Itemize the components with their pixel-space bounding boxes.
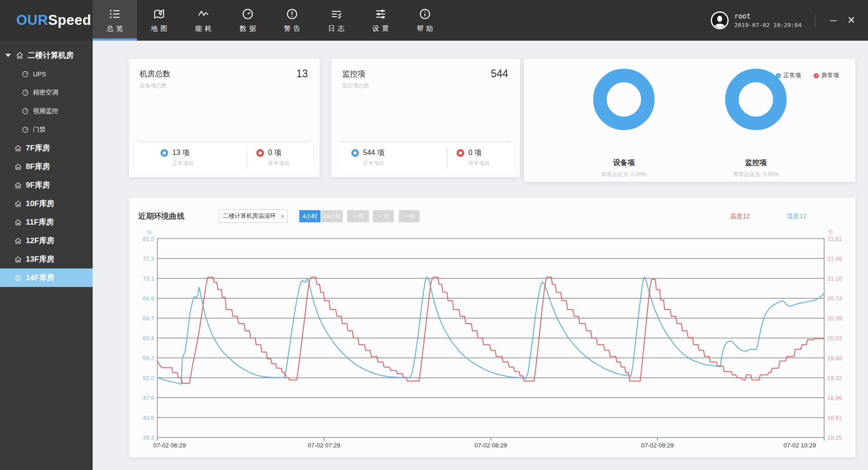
normal-stat: 544 项 正常项目 — [351, 148, 385, 167]
abnormal-stat: 0 项 异常项目 — [457, 148, 511, 167]
gauge-icon — [241, 8, 254, 20]
humidity-legend[interactable]: 湿度12 — [787, 212, 807, 221]
sidebar-item-warehouse-13f[interactable]: 13F库房 — [0, 250, 93, 268]
y-axis-tick-right: 18.96 — [827, 395, 842, 401]
logo-speed: Speed — [48, 12, 91, 28]
app-logo: OURSpeed — [0, 0, 93, 41]
sidebar-item-access-control[interactable]: 门禁 — [0, 120, 93, 139]
app-window: OURSpeed 总览地图能耗数据警告日志设置帮助 root 2019-07-0… — [0, 0, 868, 470]
sidebar-item-warehouse-14f[interactable]: 14F库房 — [0, 268, 93, 287]
alert-icon — [286, 8, 298, 20]
nav-item-map[interactable]: 地图 — [137, 0, 181, 41]
y-axis-tick-right: 21.10 — [827, 275, 842, 282]
sidebar-item-precision-ac[interactable]: 精密空调 — [0, 83, 93, 102]
nav-item-alert[interactable]: 警告 — [270, 0, 314, 41]
sidebar: 二楼计算机房UPS精密空调视频监控门禁7F库房8F库房9F库房10F库房11F库… — [0, 41, 93, 470]
card-subtitle: 设备项总数 — [140, 82, 167, 89]
card-value: 544 — [491, 68, 508, 80]
line-chart: 81.521.8177.321.4673.121.1068.920.7464.7… — [129, 197, 855, 457]
y-axis-tick-left: 39.3 — [143, 434, 154, 441]
y-axis-tick-left: 56.2 — [143, 355, 154, 362]
x-axis-label: 07-02 09:29 — [641, 442, 674, 449]
donut-chart-devices — [593, 69, 655, 130]
abnormal-label: 异常项目 — [268, 160, 290, 167]
nav-item-help[interactable]: 帮助 — [403, 0, 447, 41]
sidebar-item-warehouse-7f[interactable]: 7F库房 — [0, 139, 93, 157]
room-select[interactable]: 二楼计算机房温湿环 ∨ — [219, 209, 288, 223]
close-button[interactable]: ✕ — [844, 14, 858, 27]
range-button-month[interactable]: 一月 — [373, 210, 394, 222]
card-value: 13 — [296, 68, 308, 80]
sidebar-item-warehouse-9f[interactable]: 9F库房 — [0, 176, 93, 194]
stat-strip: 13 项 正常项目 0 项 异常项目 — [135, 143, 313, 172]
legend-label: 异常项 — [821, 71, 839, 80]
range-button-24h[interactable]: 24小时 — [321, 210, 343, 222]
user-info[interactable]: root 2019-07-02 10:29:04 — [711, 11, 802, 29]
sidebar-item-ups[interactable]: UPS — [0, 65, 93, 83]
normal-label: 正常项目 — [363, 160, 385, 167]
caret-down-icon[interactable] — [5, 54, 11, 57]
sidebar-item-warehouse-10f[interactable]: 10F库房 — [0, 194, 93, 213]
nav-item-energy[interactable]: 能耗 — [181, 0, 226, 41]
y-axis-tick-right: 20.03 — [827, 335, 842, 342]
donut-title: 监控项 — [745, 158, 767, 168]
sidebar-item-warehouse-11f[interactable]: 11F库房 — [0, 213, 93, 231]
y-axis-tick-right: 19.68 — [827, 355, 842, 362]
sidebar-item-label: 14F库房 — [26, 273, 54, 283]
abnormal-ring-icon — [256, 149, 264, 157]
logo-our: OUR — [16, 12, 48, 28]
nav-item-overview[interactable]: 总览 — [93, 0, 137, 41]
nav-item-settings[interactable]: 设置 — [359, 0, 403, 41]
home-icon — [14, 255, 22, 263]
list-icon — [108, 8, 121, 20]
y-axis-tick-right: 19.32 — [827, 375, 842, 381]
nav-label: 日志 — [328, 24, 347, 33]
sidebar-item-warehouse-8f[interactable]: 8F库房 — [0, 157, 93, 176]
home-icon — [14, 237, 22, 245]
sidebar-item-label: 9F库房 — [26, 180, 50, 190]
range-button-4h[interactable]: 4小时 — [299, 210, 321, 222]
nav-label: 能耗 — [195, 24, 214, 33]
card-title: 机房总数 — [140, 69, 170, 79]
abnormal-label: 异常项目 — [468, 160, 490, 167]
nav-item-log[interactable]: 日志 — [314, 0, 359, 41]
range-button-week[interactable]: 一周 — [347, 210, 369, 222]
abnormal-count: 0 项 — [268, 148, 290, 158]
sliders-icon — [374, 8, 387, 20]
sidebar-item-label: 13F库房 — [26, 254, 54, 264]
y-axis-unit-right: ℃ — [827, 229, 833, 235]
sidebar-item-label: 视频监控 — [33, 107, 58, 115]
sidebar-item-label: 12F库房 — [26, 235, 54, 246]
home-icon — [14, 200, 22, 208]
room-select-value: 二楼计算机房温湿环 — [223, 212, 280, 220]
minimize-button[interactable]: ─ — [826, 14, 840, 27]
gauge-icon — [22, 70, 29, 78]
donut-legend-item-normal[interactable]: 正常项 — [776, 71, 801, 80]
home-icon — [14, 163, 22, 171]
abnormal-count: 0 项 — [468, 148, 490, 158]
donut-legend-item-abnormal[interactable]: 异常项 — [814, 71, 839, 80]
temperature-legend[interactable]: 温度12 — [730, 212, 750, 221]
home-icon — [14, 144, 22, 152]
y-axis-tick-right: 21.46 — [827, 255, 842, 262]
sidebar-item-room-2f-computer-room[interactable]: 二楼计算机房 — [0, 46, 93, 65]
time-range-buttons: 4小时24小时一周一月一年 — [299, 210, 420, 222]
sidebar-item-label: UPS — [33, 70, 46, 78]
sidebar-item-label: 精密空调 — [33, 89, 58, 97]
gauge-icon — [22, 89, 29, 96]
range-button-year[interactable]: 一年 — [399, 210, 420, 222]
sidebar-item-warehouse-12f[interactable]: 12F库房 — [0, 231, 93, 250]
nav-item-data[interactable]: 数据 — [226, 0, 270, 41]
sidebar-item-label: 8F库房 — [26, 161, 50, 172]
sidebar-item-video-surveillance[interactable]: 视频监控 — [0, 102, 93, 120]
server-room-total-card: 机房总数 设备项总数 13 13 项 正常项目 0 项 异常项目 — [129, 59, 320, 177]
window-divider — [815, 14, 816, 27]
normal-label: 正常项目 — [172, 160, 194, 167]
top-nav: 总览地图能耗数据警告日志设置帮助 — [93, 0, 447, 41]
system-time: 2019-07-02 10:29:04 — [734, 22, 802, 28]
y-axis-tick-right: 20.39 — [827, 315, 842, 322]
y-axis-tick-right: 18.61 — [827, 414, 842, 421]
user-name: root — [734, 12, 802, 20]
nav-label: 数据 — [240, 24, 259, 33]
nav-label: 地图 — [151, 24, 170, 33]
